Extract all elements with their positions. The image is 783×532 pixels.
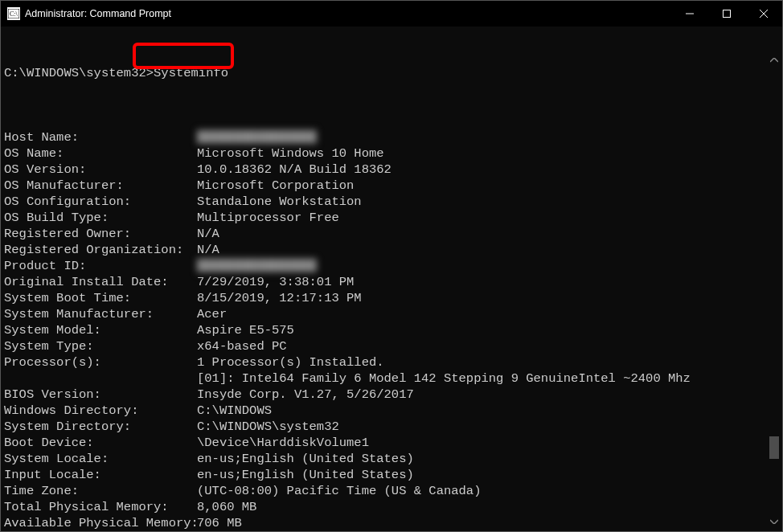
output-label: System Model:: [4, 322, 197, 338]
titlebar[interactable]: C:\ Administrator: Command Prompt: [1, 1, 782, 27]
output-value: 7/29/2019, 3:38:01 PM: [197, 274, 779, 290]
output-label: System Directory:: [4, 419, 197, 435]
output-row: OS Version:10.0.18362 N/A Build 18362: [4, 162, 779, 178]
output-value: C:\WINDOWS: [197, 403, 779, 419]
vertical-scrollbar[interactable]: [768, 54, 781, 528]
close-button[interactable]: [745, 1, 782, 27]
output-label: Registered Owner:: [4, 226, 197, 242]
svg-rect-3: [724, 10, 731, 18]
output-value: en-us;English (United States): [197, 467, 779, 483]
output-row: Input Locale:en-us;English (United State…: [4, 467, 779, 483]
output-row: BIOS Version:Insyde Corp. V1.27, 5/26/20…: [4, 387, 779, 403]
scroll-down-arrow-icon[interactable]: [768, 515, 781, 528]
output-value: \Device\HarddiskVolume1: [197, 435, 779, 451]
output-row: OS Configuration:Standalone Workstation: [4, 194, 779, 210]
output-row: Original Install Date:7/29/2019, 3:38:01…: [4, 274, 779, 290]
output-row: OS Build Type:Multiprocessor Free: [4, 210, 779, 226]
terminal-area[interactable]: C:\WINDOWS\system32>Systeminfo Host Name…: [1, 27, 782, 531]
output-value: 10.0.18362 N/A Build 18362: [197, 162, 779, 178]
entered-command: Systeminfo: [154, 66, 228, 80]
output-row: System Model:Aspire E5-575: [4, 322, 779, 338]
output-row: Available Physical Memory:706 MB: [4, 515, 779, 531]
output-value: 8/15/2019, 12:17:13 PM: [197, 290, 779, 306]
output-label: Original Install Date:: [4, 274, 197, 290]
terminal-output: C:\WINDOWS\system32>Systeminfo Host Name…: [1, 27, 782, 531]
output-label: OS Build Type:: [4, 210, 197, 226]
output-label: OS Version:: [4, 162, 197, 178]
output-row: [01]: Intel64 Family 6 Model 142 Steppin…: [4, 370, 779, 387]
output-value: Standalone Workstation: [197, 194, 779, 210]
output-value: x64-based PC: [197, 338, 779, 354]
output-value: N/A: [197, 242, 779, 258]
output-value: Multiprocessor Free: [197, 210, 779, 226]
output-label: Time Zone:: [4, 483, 197, 499]
cmd-window: C:\ Administrator: Command Prompt C:\WIN…: [0, 0, 783, 532]
output-value: ████████████████: [197, 129, 779, 145]
output-label: Windows Directory:: [4, 403, 197, 419]
output-row: System Type:x64-based PC: [4, 338, 779, 354]
output-label: Available Physical Memory:: [4, 515, 197, 531]
output-row: Windows Directory:C:\WINDOWS: [4, 403, 779, 419]
redacted-value: ████████████████: [197, 258, 317, 274]
output-row: Registered Owner:N/A: [4, 226, 779, 242]
output-value: Acer: [197, 306, 779, 322]
scrollbar-track[interactable]: [768, 67, 781, 515]
output-value: N/A: [197, 226, 779, 242]
output-label: Product ID:: [4, 258, 197, 274]
output-row: OS Manufacturer:Microsoft Corporation: [4, 178, 779, 194]
prompt-line: C:\WINDOWS\system32>Systeminfo: [4, 65, 779, 81]
redacted-value: ████████████████: [197, 129, 317, 145]
output-row: System Boot Time:8/15/2019, 12:17:13 PM: [4, 290, 779, 306]
output-value: Microsoft Corporation: [197, 178, 779, 194]
output-value: 1 Processor(s) Installed.: [197, 354, 779, 370]
output-label: OS Configuration:: [4, 194, 197, 210]
output-row: Registered Organization:N/A: [4, 242, 779, 258]
output-label: BIOS Version:: [4, 387, 197, 403]
scrollbar-thumb[interactable]: [769, 436, 779, 459]
output-label: OS Manufacturer:: [4, 178, 197, 194]
output-label: Boot Device:: [4, 435, 197, 451]
scroll-up-arrow-icon[interactable]: [768, 54, 781, 67]
prompt-path: C:\WINDOWS\system32>: [4, 66, 154, 80]
output-row: System Directory:C:\WINDOWS\system32: [4, 419, 779, 435]
output-row: Host Name:████████████████: [4, 129, 779, 145]
output-row: OS Name:Microsoft Windows 10 Home: [4, 145, 779, 162]
output-row: System Manufacturer:Acer: [4, 306, 779, 322]
output-label: [4, 370, 197, 387]
output-row: Total Physical Memory:8,060 MB: [4, 499, 779, 515]
output-value: [01]: Intel64 Family 6 Model 142 Steppin…: [197, 370, 779, 387]
output-label: System Boot Time:: [4, 290, 197, 306]
output-label: System Locale:: [4, 451, 197, 467]
svg-text:C:\: C:\: [10, 10, 18, 18]
output-label: System Type:: [4, 338, 197, 354]
cmd-icon: C:\: [7, 7, 20, 20]
output-value: (UTC-08:00) Pacific Time (US & Canada): [197, 483, 779, 499]
output-value: en-us;English (United States): [197, 451, 779, 467]
output-value: 8,060 MB: [197, 499, 779, 515]
output-label: Host Name:: [4, 129, 197, 145]
output-value: Insyde Corp. V1.27, 5/26/2017: [197, 387, 779, 403]
output-row: Product ID:████████████████: [4, 258, 779, 274]
output-label: Input Locale:: [4, 467, 197, 483]
maximize-button[interactable]: [708, 1, 745, 27]
window-title: Administrator: Command Prompt: [25, 8, 171, 19]
output-label: System Manufacturer:: [4, 306, 197, 322]
output-row: System Locale:en-us;English (United Stat…: [4, 451, 779, 467]
output-value: Microsoft Windows 10 Home: [197, 145, 779, 162]
output-value: 706 MB: [197, 515, 779, 531]
output-label: Processor(s):: [4, 354, 197, 370]
output-value: Aspire E5-575: [197, 322, 779, 338]
output-row: Boot Device:\Device\HarddiskVolume1: [4, 435, 779, 451]
output-value: ████████████████: [197, 258, 779, 274]
minimize-button[interactable]: [671, 1, 708, 27]
output-value: C:\WINDOWS\system32: [197, 419, 779, 435]
output-label: OS Name:: [4, 145, 197, 162]
output-label: Total Physical Memory:: [4, 499, 197, 515]
output-row: Time Zone:(UTC-08:00) Pacific Time (US &…: [4, 483, 779, 499]
output-label: Registered Organization:: [4, 242, 197, 258]
output-row: Processor(s):1 Processor(s) Installed.: [4, 354, 779, 370]
